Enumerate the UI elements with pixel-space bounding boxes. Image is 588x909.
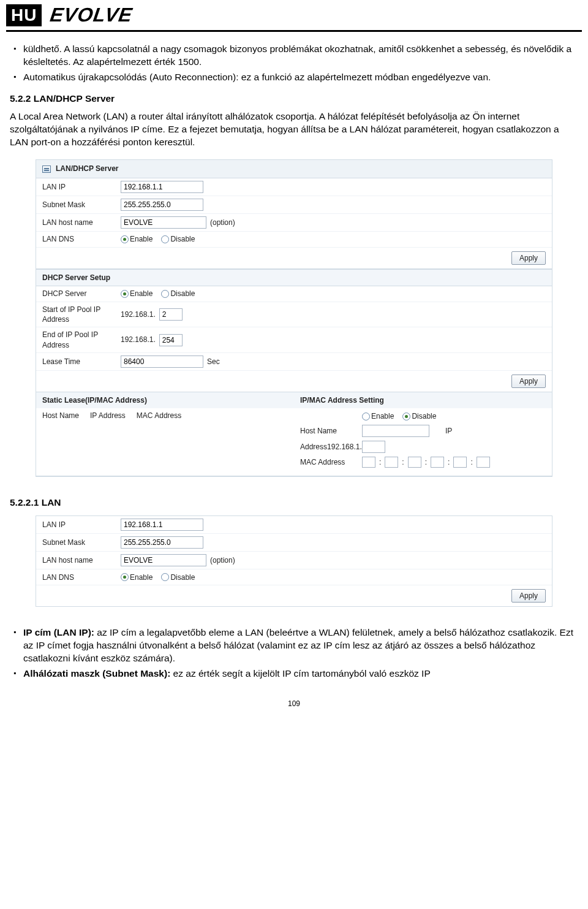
static-lease-col-host: Host Name [42, 411, 79, 420]
brand-logo: EVOLVE [49, 4, 134, 26]
ip-pool-end-label: End of IP Pool IP Address [42, 330, 121, 349]
radio-label: Disable [170, 289, 195, 299]
mac-octet-input[interactable] [453, 457, 467, 468]
ipmac-column: IP/MAC Address Setting Enable Disable Ho… [294, 392, 552, 476]
subnet-mask-input[interactable] [121, 536, 203, 549]
radio-icon [402, 413, 410, 420]
page-header: HU EVOLVE [0, 0, 588, 28]
lan-dns-label: LAN DNS [42, 234, 121, 244]
lan-panel-2: LAN IP Subnet Mask LAN host name (option… [36, 515, 552, 607]
lan-host-input[interactable] [121, 554, 206, 566]
end-bullet-list: IP cím (LAN IP): az IP cím a legalapvető… [10, 626, 578, 680]
panel-titlebar: LAN/DHCP Server [36, 160, 552, 178]
end-bullet-subnet: Alhálózati maszk (Subnet Mask): ez az ér… [10, 667, 578, 680]
ip-pool-end-input[interactable] [159, 334, 183, 346]
ipmac-host-input[interactable] [362, 425, 429, 437]
lan-ip-input[interactable] [121, 181, 203, 193]
ip-pool-end-prefix: 192.168.1. [121, 335, 156, 344]
ip-pool-end-row: End of IP Pool IP Address 192.168.1. [36, 327, 552, 352]
apply-button[interactable]: Apply [511, 375, 546, 388]
ipmac-enable-radio[interactable]: Enable [362, 411, 394, 421]
lan-dns-disable-radio[interactable]: Disable [161, 572, 195, 582]
subnet-mask-label: Subnet Mask [42, 200, 121, 210]
section-522-text: A Local Area Network (LAN) a router álta… [10, 110, 578, 149]
lan-dns-disable-radio[interactable]: Disable [161, 234, 195, 244]
dhcp-disable-radio[interactable]: Disable [161, 289, 195, 299]
static-lease-ipmac-row: Static Lease(IP/MAC Address) Host Name I… [36, 392, 552, 476]
lan-dhcp-panel: LAN/DHCP Server LAN IP Subnet Mask LAN h… [36, 159, 552, 477]
header-divider [6, 30, 582, 32]
radio-icon [161, 573, 169, 581]
ipmac-host-row: Host Name IP [300, 423, 546, 439]
lan-host-label: LAN host name [42, 555, 121, 565]
lease-time-row: Lease Time Sec [36, 353, 552, 371]
intro-bullet-list: küldhető. A lassú kapcsolatnál a nagy cs… [10, 43, 578, 84]
dhcp-enable-radio[interactable]: Enable [121, 289, 153, 299]
ipmac-mac-label: MAC Address [300, 457, 358, 467]
radio-icon [121, 290, 129, 298]
mac-octet-input[interactable] [408, 457, 421, 468]
radio-label: Disable [170, 572, 195, 582]
lease-time-input[interactable] [121, 356, 203, 368]
section-heading-522: 5.2.2 LAN/DHCP Server [10, 93, 578, 105]
lan-dns-enable-radio[interactable]: Enable [121, 234, 153, 244]
apply-row-lan: Apply [36, 248, 552, 269]
lan-dns-row-2: LAN DNS Enable Disable [36, 569, 552, 585]
panel-icon [42, 165, 51, 173]
lan-host-input[interactable] [121, 216, 206, 229]
ipmac-host-label: Host Name [300, 426, 358, 436]
mac-octet-input[interactable] [362, 457, 375, 468]
apply-button[interactable]: Apply [511, 589, 546, 603]
static-lease-col-mac: MAC Address [137, 411, 181, 420]
radio-label: Disable [170, 234, 195, 244]
radio-label: Enable [130, 572, 153, 582]
intro-bullet: Automatikus újrakapcsolódás (Auto Reconn… [10, 71, 578, 84]
lan-ip-row: LAN IP [36, 178, 552, 196]
dhcp-server-row: DHCP Server Enable Disable [36, 286, 552, 302]
ip-pool-start-input[interactable] [159, 308, 183, 321]
mac-octet-input[interactable] [385, 457, 398, 468]
bullet-bold: Alhálózati maszk (Subnet Mask): [23, 668, 170, 679]
subnet-mask-input[interactable] [121, 199, 203, 211]
lan-host-option: (option) [210, 218, 235, 227]
ipmac-enable-row: Enable Disable [300, 409, 546, 423]
lan-host-option: (option) [210, 555, 235, 565]
ipmac-ip-suffix: IP [445, 426, 452, 436]
radio-label: Disable [412, 411, 436, 421]
lan-dns-row: LAN DNS Enable Disable [36, 232, 552, 248]
radio-label: Enable [371, 411, 394, 421]
lan-ip-label: LAN IP [42, 520, 121, 530]
language-badge: HU [6, 4, 42, 26]
ipmac-addr-label: Address [300, 443, 327, 451]
static-lease-header: Static Lease(IP/MAC Address) [36, 392, 294, 408]
section-heading-5221: 5.2.2.1 LAN [10, 496, 578, 509]
lan-ip-label: LAN IP [42, 182, 121, 192]
lan-dns-enable-radio[interactable]: Enable [121, 572, 153, 582]
ipmac-addr-input[interactable] [362, 441, 385, 453]
ipmac-mac-row: MAC Address : : : : : [300, 455, 546, 470]
intro-bullet: küldhető. A lassú kapcsolatnál a nagy cs… [10, 43, 578, 69]
ip-pool-start-row: Start of IP Pool IP Address 192.168.1. [36, 302, 552, 327]
radio-icon [121, 235, 129, 243]
page-content: küldhető. A lassú kapcsolatnál a nagy cs… [0, 43, 588, 721]
lan-host-row-2: LAN host name (option) [36, 552, 552, 569]
apply-row-dhcp: Apply [36, 371, 552, 392]
end-bullet-ip: IP cím (LAN IP): az IP cím a legalapvető… [10, 626, 578, 665]
ipmac-header: IP/MAC Address Setting [294, 392, 552, 408]
radio-icon [161, 235, 169, 243]
bullet-text: ez az érték segít a kijelölt IP cím tart… [170, 668, 430, 679]
ipmac-disable-radio[interactable]: Disable [402, 411, 436, 421]
radio-icon [121, 573, 129, 581]
mac-octet-input[interactable] [477, 457, 490, 468]
lan-host-label: LAN host name [42, 218, 121, 227]
page-number: 109 [10, 699, 578, 709]
radio-icon [161, 290, 169, 298]
mac-octet-input[interactable] [431, 457, 444, 468]
apply-row-lan-2: Apply [36, 585, 552, 606]
ipmac-address-row: Address192.168.1. [300, 439, 546, 455]
radio-label: Enable [130, 234, 153, 244]
ip-pool-start-prefix: 192.168.1. [121, 310, 156, 319]
lan-ip-input[interactable] [121, 519, 203, 531]
lan-ip-row-2: LAN IP [36, 516, 552, 534]
apply-button[interactable]: Apply [511, 251, 546, 265]
